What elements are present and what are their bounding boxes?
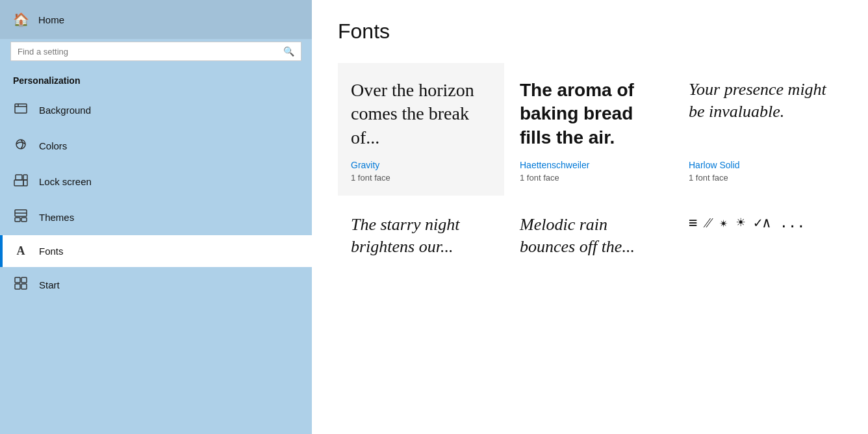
font-faces-haettenschweiler: 1 font face	[520, 173, 660, 183]
svg-rect-7	[21, 218, 27, 222]
sidebar-item-colors[interactable]: Colors	[0, 128, 312, 164]
font-card-harlow-solid[interactable]: Your presence might be invaluable. Harlo…	[676, 63, 842, 196]
font-preview-gravity: Over the horizon comes the break of...	[351, 79, 491, 149]
font-preview-symbols: ≡ ⁄⁄ ✴ ☀ ✓∧ ...	[689, 214, 829, 302]
fonts-icon: A	[13, 244, 29, 258]
font-card-starry[interactable]: The starry night brightens our...	[338, 198, 504, 328]
colors-icon	[13, 137, 29, 155]
sidebar-item-fonts[interactable]: A Fonts	[0, 235, 312, 267]
sidebar-item-background-label: Background	[39, 105, 91, 116]
home-icon: 🏠	[13, 12, 29, 27]
search-icon[interactable]: 🔍	[283, 46, 294, 57]
svg-rect-2	[16, 175, 22, 180]
themes-icon	[13, 209, 29, 226]
font-preview-text-harlow: Your presence might be invaluable.	[689, 79, 829, 123]
font-card-symbols[interactable]: ≡ ⁄⁄ ✴ ☀ ✓∧ ...	[676, 198, 842, 328]
font-card-melodic[interactable]: Melodic rain bounces off the...	[507, 198, 673, 328]
font-preview-haettenschweiler: The aroma of baking bread fills the air.	[520, 79, 660, 149]
font-name-gravity: Gravity	[351, 160, 491, 170]
font-faces-harlow: 1 font face	[689, 173, 829, 183]
sidebar-item-start-label: Start	[39, 279, 60, 290]
font-card-gravity[interactable]: Over the horizon comes the break of... G…	[338, 63, 504, 196]
main-content: Fonts Over the horizon comes the break o…	[312, 0, 868, 434]
font-info-gravity: Gravity 1 font face	[351, 160, 491, 183]
font-faces-gravity: 1 font face	[351, 173, 491, 183]
font-info-melodic	[520, 313, 660, 315]
font-preview-text-symbols: ≡ ⁄⁄ ✴ ☀ ✓∧ ...	[689, 214, 806, 233]
font-preview-text-gravity: Over the horizon comes the break of...	[351, 79, 491, 149]
sidebar-item-lock-screen[interactable]: Lock screen	[0, 164, 312, 199]
sidebar-item-fonts-label: Fonts	[39, 246, 64, 257]
svg-rect-6	[15, 218, 20, 222]
section-title: Personalization	[0, 71, 312, 92]
svg-rect-4	[23, 175, 27, 180]
sidebar-item-themes[interactable]: Themes	[0, 199, 312, 235]
font-preview-text-starry: The starry night brightens our...	[351, 214, 491, 258]
lock-screen-icon	[13, 173, 29, 190]
svg-rect-11	[21, 277, 27, 283]
sidebar-item-themes-label: Themes	[39, 212, 74, 223]
background-icon	[13, 101, 29, 119]
font-preview-melodic: Melodic rain bounces off the...	[520, 214, 660, 302]
sidebar: 🏠 Home 🔍 Personalization Background Colo…	[0, 0, 312, 434]
svg-rect-5	[23, 180, 27, 186]
font-preview-starry: The starry night brightens our...	[351, 214, 491, 302]
sidebar-item-colors-label: Colors	[39, 140, 67, 151]
font-preview-text-haettenschweiler: The aroma of baking bread fills the air.	[520, 79, 660, 149]
font-name-haettenschweiler: Haettenschweiler	[520, 160, 660, 170]
font-info-harlow: Harlow Solid 1 font face	[689, 160, 829, 183]
search-input[interactable]	[18, 47, 283, 57]
home-label: Home	[38, 14, 64, 25]
font-preview-harlow: Your presence might be invaluable.	[689, 79, 829, 149]
svg-rect-10	[15, 277, 20, 283]
fonts-grid: Over the horizon comes the break of... G…	[338, 63, 842, 328]
svg-rect-12	[15, 284, 20, 289]
font-info-symbols	[689, 313, 829, 315]
svg-rect-0	[15, 104, 27, 113]
page-title: Fonts	[338, 19, 842, 44]
svg-rect-13	[21, 284, 27, 289]
svg-rect-3	[14, 180, 23, 186]
font-info-starry	[351, 313, 491, 315]
font-name-harlow: Harlow Solid	[689, 160, 829, 170]
font-card-haettenschweiler[interactable]: The aroma of baking bread fills the air.…	[507, 63, 673, 196]
start-icon	[13, 276, 29, 294]
search-box: 🔍	[10, 42, 301, 61]
sidebar-item-lock-screen-label: Lock screen	[39, 176, 92, 187]
svg-point-1	[16, 140, 25, 149]
sidebar-item-background[interactable]: Background	[0, 92, 312, 128]
font-info-haettenschweiler: Haettenschweiler 1 font face	[520, 160, 660, 183]
sidebar-home-button[interactable]: 🏠 Home	[0, 0, 312, 39]
sidebar-item-start[interactable]: Start	[0, 267, 312, 303]
font-preview-text-melodic: Melodic rain bounces off the...	[520, 214, 660, 258]
